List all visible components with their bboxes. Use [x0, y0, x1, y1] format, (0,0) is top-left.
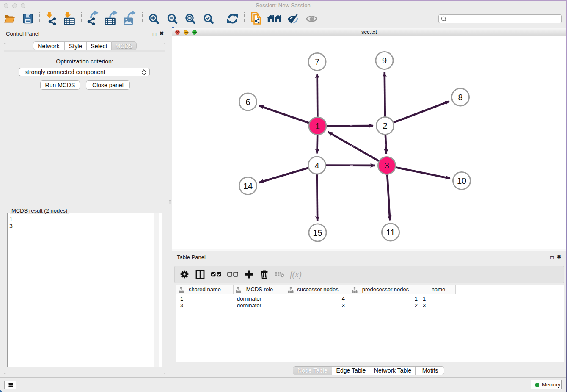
svg-text:7: 7 [315, 57, 319, 66]
svg-text:8: 8 [458, 93, 462, 102]
svg-text:15: 15 [313, 228, 322, 237]
svg-text:2: 2 [383, 121, 387, 130]
svg-text:3: 3 [384, 161, 389, 170]
svg-text:4: 4 [314, 161, 319, 170]
svg-text:f(x): f(x) [290, 270, 302, 279]
svg-text:14: 14 [243, 181, 253, 190]
svg-text:6: 6 [245, 97, 250, 107]
svg-text:10: 10 [457, 176, 466, 185]
svg-text:9: 9 [382, 56, 387, 65]
svg-text:11: 11 [386, 228, 395, 237]
svg-text:1: 1 [315, 121, 320, 131]
